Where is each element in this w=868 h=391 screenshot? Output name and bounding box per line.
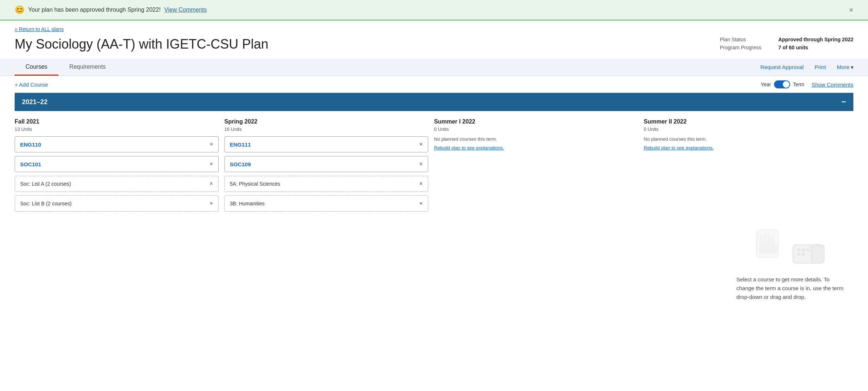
svg-rect-11 (801, 253, 805, 256)
term-summer1-empty-msg: No planned courses this term. (434, 136, 638, 142)
remove-soc-list-b-button[interactable]: × (210, 200, 213, 207)
rebuild-link-summer1[interactable]: Rebuild plan to see explanations. (434, 145, 504, 151)
remove-soc-list-a-button[interactable]: × (210, 181, 213, 187)
course-card-5a-physical[interactable]: 5A: Physical Sciences × (224, 176, 429, 192)
svg-rect-12 (811, 245, 822, 263)
remove-3b-button[interactable]: × (419, 200, 423, 207)
year-label-text: 2021–22 (22, 98, 48, 106)
remove-eng110-button[interactable]: × (210, 141, 213, 148)
plan-title: My Sociology (AA-T) with IGETC-CSU Plan (15, 37, 268, 52)
course-card-soc-list-a[interactable]: Soc: List A (2 courses) × (15, 176, 219, 192)
svg-rect-5 (759, 244, 777, 254)
course-card-soc101[interactable]: SOC101 × (15, 156, 219, 172)
view-comments-link[interactable]: View Comments (164, 7, 207, 13)
svg-rect-7 (797, 248, 800, 251)
course-card-3b-humanities[interactable]: 3B: Humanities × (224, 196, 429, 212)
plan-progress-value: 7 of 60 units (778, 45, 808, 50)
svg-rect-2 (764, 234, 767, 246)
drag-illustration (755, 228, 828, 268)
right-panel: Select a course to get more details. To … (729, 221, 853, 309)
course-card-soc109-label: SOC109 (230, 161, 251, 167)
tab-requirements[interactable]: Requirements (59, 58, 117, 76)
chevron-down-icon: ▾ (851, 64, 853, 70)
course-card-eng110[interactable]: ENG110 × (15, 136, 219, 152)
course-card-5a-label: 5A: Physical Sciences (230, 181, 280, 187)
course-card-soc109[interactable]: SOC109 × (224, 156, 429, 172)
term-summer2-2022: Summer II 2022 0 Units No planned course… (644, 118, 854, 223)
term-spring-2022: Spring 2022 16 Units ENG111 × SOC109 × 5… (224, 118, 434, 223)
course-card-soc-list-a-label: Soc: List A (2 courses) (20, 181, 71, 187)
tab-actions: Request Approval Print More ▾ (761, 64, 853, 70)
plan-status-row: Plan Status Approved through Spring 2022 (720, 37, 853, 42)
svg-rect-10 (797, 253, 800, 256)
course-card-soc-list-b[interactable]: Soc: List B (2 courses) × (15, 196, 219, 212)
course-card-soc-list-b-label: Soc: List B (2 courses) (20, 201, 72, 206)
plan-progress-row: Program Progress 7 of 60 units (720, 45, 853, 50)
year-label: Year (761, 81, 771, 87)
more-link[interactable]: More (837, 64, 849, 70)
course-card-eng110-label: ENG110 (20, 141, 41, 148)
term-fall-2021: Fall 2021 13 Units ENG110 × SOC101 × Soc… (15, 118, 224, 223)
tab-list: Courses Requirements (15, 58, 117, 76)
remove-eng111-button[interactable]: × (419, 141, 423, 148)
year-term-switch[interactable] (774, 80, 790, 88)
plan-header: My Sociology (AA-T) with IGETC-CSU Plan … (0, 34, 868, 58)
remove-5a-button[interactable]: × (419, 181, 423, 187)
year-term-toggle: Year Term (761, 80, 804, 88)
banner-content: 😊 Your plan has been approved through Sp… (15, 5, 207, 15)
term-summer2-units: 0 Units (644, 126, 848, 132)
tab-courses[interactable]: Courses (15, 58, 59, 76)
remove-soc109-button[interactable]: × (419, 161, 423, 167)
print-link[interactable]: Print (815, 64, 826, 70)
toolbar-right: Year Term Show Comments (761, 80, 853, 88)
remove-soc101-button[interactable]: × (210, 161, 213, 167)
toggle-knob (783, 81, 789, 88)
term-fall-2021-name: Fall 2021 (15, 118, 219, 125)
banner-close-button[interactable]: × (849, 6, 853, 14)
rebuild-link-summer2[interactable]: Rebuild plan to see explanations. (644, 145, 714, 151)
main-content: 2021–22 − Fall 2021 13 Units ENG110 × SO… (0, 93, 868, 223)
toolbar: + Add Course Year Term Show Comments (0, 76, 868, 93)
tab-bar: Courses Requirements Request Approval Pr… (0, 58, 868, 76)
course-card-eng111-label: ENG111 (230, 141, 251, 148)
svg-rect-8 (801, 248, 805, 251)
add-course-button[interactable]: + Add Course (15, 81, 48, 88)
collapse-year-button[interactable]: − (841, 98, 846, 106)
term-summer1-units: 0 Units (434, 126, 638, 132)
term-summer2-name: Summer II 2022 (644, 118, 848, 125)
course-card-soc101-label: SOC101 (20, 161, 41, 167)
request-approval-link[interactable]: Request Approval (761, 64, 804, 70)
term-summer1-2022: Summer I 2022 0 Units No planned courses… (434, 118, 644, 223)
show-comments-link[interactable]: Show Comments (812, 81, 853, 88)
back-nav: « Return to ALL plans (0, 20, 868, 34)
hand-cursor-icon-large (755, 228, 784, 268)
term-spring-2022-units: 16 Units (224, 126, 429, 132)
year-block-2021-22: 2021–22 − Fall 2021 13 Units ENG110 × SO… (15, 93, 853, 223)
term-summer2-empty-msg: No planned courses this term. (644, 136, 848, 142)
term-fall-2021-units: 13 Units (15, 126, 219, 132)
course-card-3b-label: 3B: Humanities (230, 201, 265, 206)
course-card-eng111[interactable]: ENG111 × (224, 136, 429, 152)
svg-rect-9 (806, 248, 810, 251)
term-summer1-name: Summer I 2022 (434, 118, 638, 125)
terms-grid: Fall 2021 13 Units ENG110 × SOC101 × Soc… (15, 111, 853, 223)
plan-progress-label: Program Progress (720, 45, 771, 50)
term-spring-2022-name: Spring 2022 (224, 118, 429, 125)
plan-status-label: Plan Status (720, 37, 771, 42)
plan-status-value: Approved through Spring 2022 (778, 37, 853, 42)
approval-banner: 😊 Your plan has been approved through Sp… (0, 0, 868, 20)
hand-cursor-icon-small (791, 241, 828, 268)
smiley-icon: 😊 (15, 5, 24, 15)
banner-message: Your plan has been approved through Spri… (28, 7, 161, 13)
year-header: 2021–22 − (15, 93, 853, 111)
more-dropdown[interactable]: More ▾ (837, 64, 853, 70)
right-panel-help-text: Select a course to get more details. To … (736, 275, 846, 301)
return-to-plans-link[interactable]: « Return to ALL plans (15, 26, 64, 32)
plan-meta: Plan Status Approved through Spring 2022… (720, 37, 853, 53)
term-label: Term (793, 81, 804, 87)
